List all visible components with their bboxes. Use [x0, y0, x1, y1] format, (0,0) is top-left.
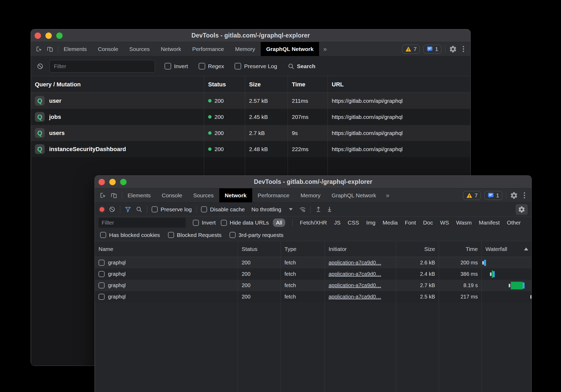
record-button[interactable]: [100, 207, 104, 212]
device-toolbar-icon[interactable]: [110, 192, 118, 199]
close-button[interactable]: [99, 179, 105, 185]
column-header-query-mutation[interactable]: Query / Mutation: [31, 76, 204, 92]
third-party-requests-checkbox[interactable]: 3rd-party requests: [230, 232, 283, 238]
search-button[interactable]: Search: [288, 63, 315, 70]
close-button[interactable]: [35, 32, 41, 39]
title-bar[interactable]: DevTools - gitlab.com/-/graphql-explorer: [31, 29, 470, 42]
has-blocked-cookies-checkbox[interactable]: Has blocked cookies: [100, 232, 160, 238]
clear-icon[interactable]: [109, 206, 115, 213]
column-header-size[interactable]: Size: [396, 241, 439, 257]
kebab-menu-icon[interactable]: [461, 45, 466, 53]
warnings-badge[interactable]: 7: [402, 45, 420, 54]
row-checkbox[interactable]: [99, 271, 105, 277]
preserve-log-checkbox[interactable]: Preserve Log: [235, 63, 277, 69]
filter-type-other[interactable]: Other: [507, 220, 521, 226]
settings-gear-icon[interactable]: [510, 192, 518, 199]
search-icon[interactable]: [136, 206, 142, 213]
tab-graphql-network[interactable]: GraphQL Network: [326, 188, 382, 202]
more-tabs-icon[interactable]: »: [382, 188, 394, 202]
network-conditions-icon[interactable]: [299, 206, 306, 213]
filter-type-js[interactable]: JS: [334, 220, 341, 226]
zoom-button[interactable]: [120, 179, 127, 185]
invert-checkbox[interactable]: Invert: [193, 220, 216, 226]
filter-type-wasm[interactable]: Wasm: [456, 220, 472, 226]
column-header-type[interactable]: Type: [280, 241, 325, 257]
settings-gear-icon[interactable]: [449, 45, 457, 53]
row-checkbox[interactable]: [99, 294, 105, 300]
filter-type-media[interactable]: Media: [383, 220, 398, 226]
tab-sources[interactable]: Sources: [124, 42, 155, 56]
checkbox[interactable]: [193, 220, 199, 226]
tab-console[interactable]: Console: [92, 42, 124, 56]
invert-checkbox[interactable]: Invert: [165, 63, 188, 69]
checkbox[interactable]: [221, 220, 227, 226]
waterfall-cell[interactable]: [481, 268, 531, 280]
import-har-icon[interactable]: [315, 206, 322, 213]
blocked-requests-checkbox[interactable]: Blocked Requests: [168, 232, 222, 238]
tab-performance[interactable]: Performance: [187, 42, 230, 56]
checkbox[interactable]: [201, 206, 207, 212]
issues-badge[interactable]: 1: [423, 45, 441, 54]
row-checkbox[interactable]: [99, 282, 105, 288]
tab-network[interactable]: Network: [155, 42, 187, 56]
column-header-initiator[interactable]: Initiator: [325, 241, 396, 257]
tab-elements[interactable]: Elements: [58, 42, 92, 56]
column-header-waterfall[interactable]: Waterfall: [481, 241, 531, 257]
tab-graphql-network[interactable]: GraphQL Network: [261, 42, 319, 56]
filter-type-manifest[interactable]: Manifest: [479, 220, 500, 226]
filter-type-ws[interactable]: WS: [440, 220, 449, 226]
more-tabs-icon[interactable]: »: [319, 42, 331, 56]
export-har-icon[interactable]: [326, 206, 333, 213]
table-row[interactable]: Qusers 200 2.7 kB 9s https://gitlab.com/…: [31, 125, 470, 141]
table-row[interactable]: graphql 200 fetch application-a7ca9d0… 2…: [95, 268, 531, 280]
column-header-status[interactable]: Status: [238, 241, 280, 257]
preserve-log-checkbox[interactable]: Preserve log: [152, 206, 192, 213]
throttling-dropdown[interactable]: No throttling: [251, 206, 293, 213]
tab-memory[interactable]: Memory: [230, 42, 261, 56]
tab-console[interactable]: Console: [156, 188, 188, 202]
column-header-name[interactable]: Name: [95, 241, 238, 257]
checkbox[interactable]: [152, 206, 158, 212]
initiator-link[interactable]: application-a7ca9d0…: [329, 282, 381, 288]
initiator-link[interactable]: application-a7ca9d0…: [329, 271, 381, 277]
filter-input[interactable]: [49, 60, 155, 73]
filter-funnel-icon[interactable]: [125, 206, 131, 213]
column-header-size[interactable]: Size: [245, 76, 288, 92]
checkbox[interactable]: [230, 232, 236, 238]
column-header-time[interactable]: Time: [288, 76, 328, 92]
waterfall-cell[interactable]: [481, 291, 531, 302]
column-header-time[interactable]: Time: [439, 241, 481, 257]
minimize-button[interactable]: [109, 179, 116, 185]
filter-type-font[interactable]: Font: [405, 220, 416, 226]
title-bar[interactable]: DevTools - gitlab.com/-/graphql-explorer: [95, 176, 531, 188]
network-settings-button[interactable]: [516, 204, 528, 215]
tab-sources[interactable]: Sources: [188, 188, 219, 202]
checkbox[interactable]: [168, 232, 174, 238]
minimize-button[interactable]: [45, 32, 52, 39]
table-row[interactable]: graphql 200 fetch application-a7ca9d0… 2…: [95, 257, 531, 268]
warnings-badge[interactable]: 7: [463, 191, 481, 200]
tab-elements[interactable]: Elements: [122, 188, 156, 202]
device-toolbar-icon[interactable]: [46, 45, 54, 53]
clear-icon[interactable]: [37, 63, 44, 70]
inspect-element-icon[interactable]: [100, 192, 107, 199]
checkbox[interactable]: [100, 232, 106, 238]
row-checkbox[interactable]: [99, 260, 105, 266]
waterfall-cell[interactable]: [481, 280, 531, 291]
table-row[interactable]: graphql 200 fetch application-a7ca9d0… 2…: [95, 291, 531, 302]
column-header-status[interactable]: Status: [204, 76, 245, 92]
filter-input[interactable]: [99, 218, 186, 228]
initiator-link[interactable]: application-a7ca9d0…: [329, 294, 381, 300]
checkbox[interactable]: [165, 63, 171, 69]
tab-memory[interactable]: Memory: [295, 188, 326, 202]
tab-performance[interactable]: Performance: [252, 188, 295, 202]
initiator-link[interactable]: application-a7ca9d0…: [329, 260, 381, 266]
table-row[interactable]: QinstanceSecurityDashboard 200 2.48 kB 2…: [31, 141, 470, 157]
column-header-url[interactable]: URL: [328, 76, 470, 92]
filter-type-css[interactable]: CSS: [348, 220, 359, 226]
filter-type-img[interactable]: Img: [366, 220, 376, 226]
filter-type-all[interactable]: All: [273, 218, 285, 227]
checkbox[interactable]: [235, 63, 241, 69]
zoom-button[interactable]: [56, 32, 63, 39]
filter-type-doc[interactable]: Doc: [423, 220, 433, 226]
